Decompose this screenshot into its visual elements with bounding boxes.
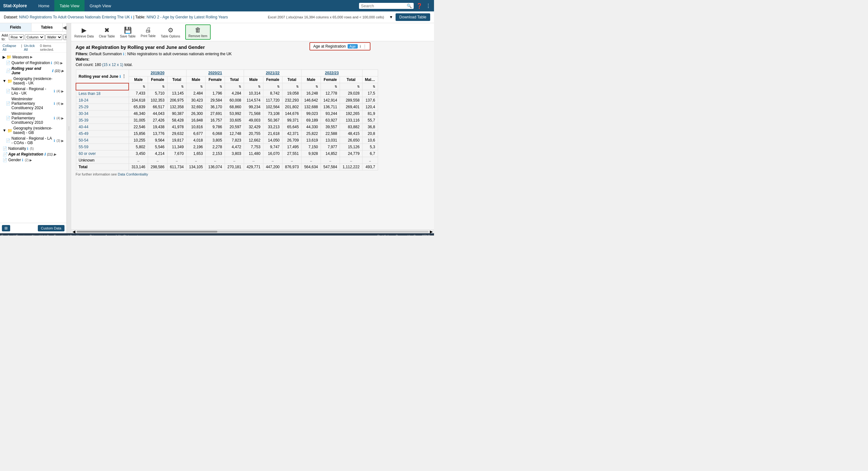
accessibility-link[interactable]: Accessibility Statement (105, 235, 138, 236)
filter-button[interactable]: Filter (63, 34, 67, 40)
expand-icon[interactable]: ▶ (61, 90, 64, 93)
tree-item-geo-gb[interactable]: ▼ 📁 Geography (residence-based) - GB (0, 125, 66, 136)
nav-graph-view[interactable]: Graph View (85, 0, 116, 11)
row-label-link[interactable]: 18-24 (79, 98, 89, 102)
row-header-options[interactable]: ⋮ (122, 74, 126, 79)
sort-female-3[interactable]: ⇅ (263, 83, 282, 90)
feedback-link[interactable]: Feedback/Enquiry (1, 235, 27, 236)
year-2019-link[interactable]: 2019/20 (151, 71, 164, 75)
sort-female-4[interactable]: ⇅ (320, 83, 340, 90)
info-icon[interactable]: ℹ (54, 116, 55, 120)
gender-filter-input-cell[interactable] (76, 83, 129, 90)
sort-male-2[interactable]: ⇅ (186, 83, 206, 90)
tab-fields[interactable]: Fields (0, 23, 31, 31)
info-icon[interactable]: ℹ (54, 102, 55, 106)
info-icon[interactable]: ℹ (54, 139, 55, 143)
search-input[interactable] (361, 3, 405, 8)
filter-info-icon[interactable]: ℹ (123, 52, 125, 56)
info-icon-dataset[interactable]: ℹ (131, 15, 133, 19)
info-icon[interactable]: ℹ (44, 153, 45, 157)
add-to-row-select[interactable]: Row (9, 34, 24, 40)
tree-item-gender[interactable]: 📄 Gender ℹ (2) ▶ (0, 157, 66, 163)
nav-home[interactable]: Home (33, 0, 55, 11)
tree-arrow[interactable]: ▶ (30, 55, 33, 59)
print-table-button[interactable]: 🖨 Print Table (141, 26, 156, 38)
sort-male-1[interactable]: ⇅ (129, 83, 148, 90)
cell-count-link[interactable]: (15 x 12 x 1) (102, 63, 123, 67)
tree-item-measures[interactable]: ▶ 📁 Measures ▶ (0, 54, 66, 60)
expand-icon[interactable]: ▶ (61, 116, 64, 120)
sort-male-4[interactable]: ⇅ (302, 83, 320, 90)
row-label-link[interactable]: 25-29 (79, 105, 89, 109)
tree-item-westminster-2010[interactable]: 📄 Westminster Parliamentary Constituency… (0, 111, 66, 125)
expand-icon[interactable]: ▶ (61, 102, 64, 105)
filter-icon[interactable]: ⊞ (2, 225, 10, 231)
expand-icon[interactable]: ▶ (30, 158, 32, 162)
sort-female-2[interactable]: ⇅ (206, 83, 225, 90)
more-icon[interactable]: ⋮ (426, 3, 431, 9)
info-icon[interactable]: ℹ (22, 158, 23, 162)
popup-dots[interactable]: ⋮ (363, 44, 367, 48)
custom-data-button[interactable]: Custom Data (38, 225, 64, 231)
format-chevron[interactable]: ▼ (389, 15, 393, 20)
row-label-link[interactable]: 55-59 (79, 145, 89, 149)
sort-total-3[interactable]: ⇅ (282, 83, 302, 90)
remove-item-button[interactable]: 🗑 Remove Item (185, 25, 210, 40)
expand-icon[interactable]: ▶ (54, 153, 56, 156)
year-2022-link[interactable]: 2022/23 (325, 71, 339, 75)
data-confidentiality-link[interactable]: Data Confidentiality (118, 172, 148, 176)
tree-item-age[interactable]: 📄 Age at Registration ℹ (11) ▶ (0, 152, 66, 157)
tree-item-westminster-2024[interactable]: 📄 Westminster Parliamentary Constituency… (0, 96, 66, 111)
row-label-link[interactable]: Less than 18 (79, 92, 101, 96)
scroll-thumb[interactable] (76, 231, 217, 233)
add-to-wafer-select[interactable]: Wafer (45, 34, 62, 40)
download-button[interactable]: Download Table (396, 13, 430, 21)
info-icon[interactable]: ℹ (51, 61, 52, 65)
tab-tables[interactable]: Tables (31, 23, 63, 31)
privacy-link[interactable]: Privacy (90, 235, 100, 236)
clear-table-button[interactable]: ✖ Clear Table (99, 26, 115, 38)
scroll-right-arrow[interactable]: ▶ (430, 230, 433, 234)
nav-table-view[interactable]: Table View (54, 0, 85, 11)
tree-item-national-gb[interactable]: 📄 National - Regional - LA - COAs - GB ℹ… (0, 136, 66, 146)
info-icon[interactable]: ℹ (52, 69, 53, 73)
row-label-link[interactable]: 35-39 (79, 118, 89, 123)
scroll-track[interactable] (76, 231, 429, 233)
row-label-link[interactable]: 50-54 (79, 138, 89, 142)
expand-icon[interactable]: ▶ (61, 139, 64, 142)
help-icon[interactable]: ❓ (416, 3, 423, 9)
tree-item-geo-uk[interactable]: ▼ 📁 Geography (residence-based) - UK (0, 76, 66, 86)
year-2020-link[interactable]: 2020/21 (208, 71, 222, 75)
sidebar-resize-handle[interactable]: ⋮ (67, 23, 71, 233)
info-icon[interactable]: ℹ (27, 147, 28, 151)
row-header-info[interactable]: ℹ (120, 75, 121, 78)
save-table-button[interactable]: 💾 Save Table (120, 26, 136, 38)
tree-item-quarter[interactable]: 📄 Quarter of Registration ℹ (90) ▶ (0, 60, 66, 66)
row-label-link[interactable]: 30-34 (79, 111, 89, 116)
tree-item-nationality[interactable]: 📄 Nationality ℹ (5) (0, 146, 66, 152)
info-icon[interactable]: ℹ (54, 89, 55, 93)
untick-all-link[interactable]: Un-tick All (24, 44, 38, 52)
expand-icon[interactable]: ▶ (60, 61, 63, 65)
table-link[interactable]: NINO 2 - Age by Gender by Latest Rolling… (147, 15, 228, 20)
terms-link[interactable]: Terms and Conditions (54, 235, 85, 236)
year-2021-link[interactable]: 2021/22 (266, 71, 280, 75)
sort-male-3[interactable]: ⇅ (244, 83, 263, 90)
popup-info-icon[interactable]: ℹ (360, 44, 361, 48)
sort-total-4[interactable]: ⇅ (340, 83, 362, 90)
scroll-left-arrow[interactable]: ◀ (72, 230, 75, 234)
sort-total-2[interactable]: ⇅ (225, 83, 244, 90)
add-to-column-select[interactable]: Column (25, 34, 44, 40)
row-label-link[interactable]: 40-44 (79, 125, 89, 129)
sidebar-collapse-button[interactable]: ◀ (63, 23, 66, 31)
dataset-link[interactable]: NINO Registrations To Adult Overseas Nat… (19, 15, 130, 20)
row-label-link[interactable]: 60 or over (79, 152, 96, 156)
sort-female-1[interactable]: ⇅ (148, 83, 167, 90)
help-link[interactable]: Need Help? (32, 235, 49, 236)
retrieve-data-button[interactable]: ▶ Retrieve Data (74, 26, 94, 38)
search-icon[interactable]: 🔍 (407, 3, 412, 8)
expand-icon[interactable]: ▶ (61, 69, 64, 73)
sort-overflow[interactable]: ⇅ (362, 83, 378, 90)
tree-item-rolling[interactable]: 📄 Rolling year end June ℹ (22) ▶ (0, 66, 66, 76)
table-options-button[interactable]: ⚙ Table Options (161, 26, 180, 38)
